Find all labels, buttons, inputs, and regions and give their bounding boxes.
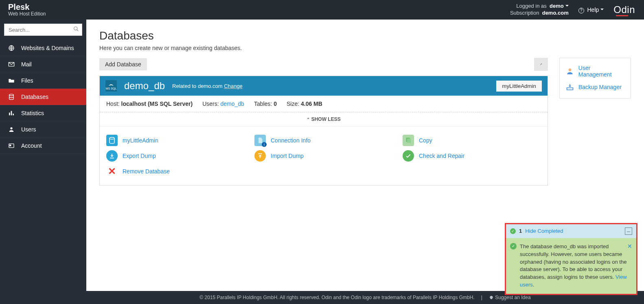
sidebar-item-statistics[interactable]: Statistics [0,105,86,121]
check-icon: ✓ [510,228,516,234]
svg-line-1 [77,30,79,31]
action-remove-database[interactable]: ✕ Remove Database [106,166,245,177]
close-notification-button[interactable]: ✕ [627,242,632,250]
users-field: Users: demo_db [202,101,244,107]
help-icon: ? [578,8,584,13]
sidebar-item-label: Account [21,142,42,149]
wrench-icon [540,61,542,68]
check-icon [403,150,414,162]
brand: Plesk Web Host Edition [0,2,46,17]
size-field: Size: 4.06 MB [287,101,322,107]
svg-point-7 [10,127,12,129]
add-database-button[interactable]: Add Database [99,58,147,70]
login-block: Logged in as demo Subscription demo.com [510,3,569,17]
database-panel: MS SQL demo_db Related to demo.com Chang… [99,76,548,186]
top-right: Logged in as demo Subscription demo.com … [510,3,644,17]
database-header: MS SQL demo_db Related to demo.com Chang… [100,76,548,96]
backup-manager-link[interactable]: Backup Manager [565,80,625,94]
brand-name: Plesk [8,2,46,11]
side-panel: User Management Backup Manager [559,58,631,98]
mssql-badge: MS SQL [105,80,117,92]
change-domain-link[interactable]: Change [224,83,243,89]
remove-icon: ✕ [106,166,118,177]
notification-message: The database demo_db was imported succes… [520,243,631,289]
action-import-dump[interactable]: Import Dump [254,150,393,162]
action-check-repair[interactable]: Check and Repair [403,150,541,162]
svg-point-0 [74,27,77,30]
page-subtitle: Here you can create new or manage existi… [99,45,631,51]
sidebar-item-mail[interactable]: Mail [0,56,86,72]
account-icon [8,142,15,149]
footer-copyright: © 2015 Parallels IP Holdings GmbH. All r… [199,295,474,300]
user-icon [8,126,15,133]
sidebar-item-label: Users [21,126,36,133]
action-export-dump[interactable]: Export Dump [106,150,245,162]
folder-icon [8,77,15,84]
svg-point-13 [569,68,572,71]
minimize-button[interactable]: – [625,227,632,235]
page-title: Databases [99,29,631,42]
database-related: Related to demo.com Change [172,83,243,89]
lightbulb-icon [489,295,494,300]
action-copy[interactable]: Copy [403,135,541,146]
hide-completed-link[interactable]: Hide Completed [525,228,563,234]
subscription-line[interactable]: Subscription demo.com [510,10,569,17]
logged-in-line[interactable]: Logged in as demo [510,3,569,10]
sidebar-item-files[interactable]: Files [0,72,86,89]
user-icon [565,67,574,76]
upload-icon [254,150,266,162]
database-actions: myLittleAdmin Connection Info Copy [100,127,548,185]
chevron-up-icon: ⌃ [307,117,310,122]
mylittleadmin-button[interactable]: myLittleAdmin [496,81,542,92]
caret-down-icon [600,9,604,12]
sidebar-item-label: Databases [21,94,48,100]
main-row: Add Database MS SQL demo_db Related to d… [99,58,631,186]
notification-count: 1 [519,228,522,234]
action-connection-info[interactable]: Connection Info [254,135,393,146]
database-name: demo_db [124,80,165,92]
stats-icon [8,110,15,116]
copy-icon [403,135,414,146]
settings-tool-button[interactable] [534,58,548,71]
sidebar-item-users[interactable]: Users [0,121,86,138]
check-icon: ✓ [510,243,517,249]
sidebar-item-websites-domains[interactable]: Websites & Domains [0,40,86,56]
database-icon [106,135,118,146]
sidebar-item-account[interactable]: Account [0,138,86,154]
sidebar-item-label: Mail [21,61,32,68]
svg-rect-4 [9,112,10,115]
help-menu[interactable]: ? Help [578,7,604,13]
search-wrap [0,20,86,40]
sidebar-item-label: Websites & Domains [21,45,74,51]
svg-point-3 [9,94,14,96]
sidebar-item-databases[interactable]: Databases [0,89,86,105]
globe-icon [8,45,15,51]
brand-edition: Web Host Edition [8,11,46,17]
database-icon [8,94,15,100]
action-mylittleadmin[interactable]: myLittleAdmin [106,135,245,146]
svg-rect-6 [13,114,14,115]
svg-rect-5 [11,111,12,115]
sidebar-item-label: Statistics [21,110,44,116]
database-meta: Host: localhost (MS SQL Server) Users: d… [100,96,548,112]
host-field: Host: localhost (MS SQL Server) [106,101,193,107]
svg-rect-12 [407,139,411,143]
caret-down-icon [565,5,569,8]
svg-point-10 [110,138,114,140]
notification-body: ✓ ✕ The database demo_db was imported su… [506,238,636,294]
search-input[interactable] [4,24,82,36]
tables-field: Tables: 0 [254,101,277,107]
notification-header: ✓ 1 Hide Completed – [506,224,636,238]
notification-panel: ✓ 1 Hide Completed – ✓ ✕ The database de… [505,223,637,295]
download-icon [106,150,118,162]
search-icon[interactable] [73,26,79,32]
suggest-idea-link[interactable]: Suggest an Idea [489,295,531,300]
show-less-toggle[interactable]: ⌃ SHOW LESS [100,112,548,127]
odin-logo: Odin [613,4,635,15]
users-link[interactable]: demo_db [221,101,244,107]
svg-rect-14 [567,88,573,90]
user-management-link[interactable]: User Management [565,62,625,80]
main-col: Add Database MS SQL demo_db Related to d… [99,58,548,186]
sidebar: Websites & Domains Mail Files Databases … [0,20,86,304]
sidebar-item-label: Files [21,77,33,84]
